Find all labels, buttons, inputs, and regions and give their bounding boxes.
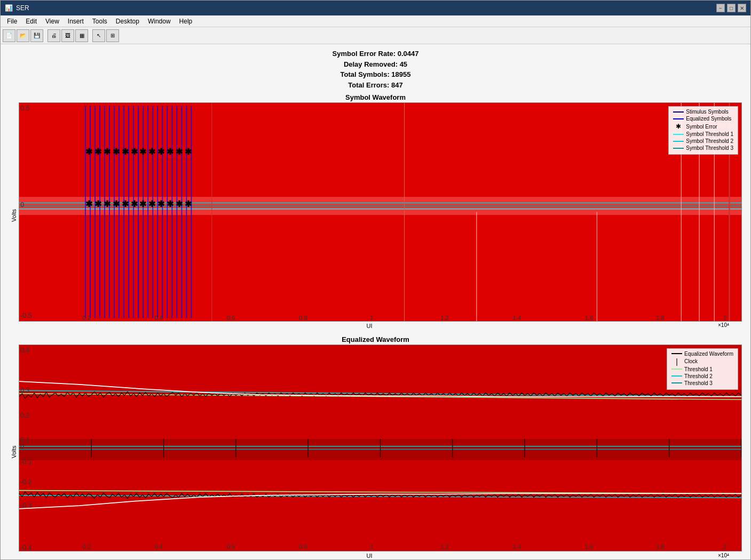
menu-desktop[interactable]: Desktop <box>112 17 144 26</box>
svg-text:✱: ✱ <box>140 147 147 156</box>
svg-text:0: 0 <box>20 201 24 209</box>
stats-header: Symbol Error Rate: 0.0447 Delay Removed:… <box>9 49 742 90</box>
svg-text:1.4: 1.4 <box>513 315 521 321</box>
menu-help[interactable]: Help <box>175 17 197 26</box>
legend-item-thresh2: Symbol Threshold 2 <box>673 138 733 144</box>
chart2-title: Equalized Waveform <box>342 335 409 343</box>
svg-text:0.3: 0.3 <box>20 386 29 394</box>
menu-tools[interactable]: Tools <box>88 17 112 26</box>
chart2-plot[interactable]: 0.4 0.3 0.2 0.1 0 -0.1 -0.2 -0.3 -0.4 <box>19 345 742 551</box>
svg-text:0: 0 <box>20 443 24 451</box>
chart2-legend: Equalized Waveform | Clock Threshold 1 <box>667 348 738 390</box>
legend-label-clock: Clock <box>684 358 698 364</box>
menu-view[interactable]: View <box>41 17 64 26</box>
menu-insert[interactable]: Insert <box>64 17 88 26</box>
legend-line-eq-waveform <box>671 353 682 354</box>
toolbar-zoom-btn[interactable]: ⊞ <box>106 29 119 42</box>
toolbar-new-btn[interactable]: 📄 <box>3 29 15 42</box>
toolbar-fig-btn[interactable]: 🖼 <box>61 29 74 42</box>
legend-label-eq-thresh2: Threshold 2 <box>684 373 713 379</box>
toolbar-open-btn[interactable]: 📂 <box>17 29 29 42</box>
menu-window[interactable]: Window <box>144 17 175 26</box>
toolbar-sep1 <box>44 29 46 42</box>
svg-text:0.4: 0.4 <box>20 346 29 354</box>
legend-line-stimulus <box>673 111 684 113</box>
minimize-button[interactable]: − <box>716 4 725 12</box>
legend-line-thresh2 <box>673 141 684 142</box>
legend-item-thresh3: Symbol Threshold 3 <box>673 145 733 151</box>
svg-text:0.8: 0.8 <box>299 543 307 550</box>
legend-line-eq-thresh3 <box>671 382 682 383</box>
legend-line-eq-thresh1 <box>671 369 682 370</box>
legend-item-eq-waveform: Equalized Waveform <box>671 351 733 357</box>
toolbar-print-btn[interactable]: 🖨 <box>48 29 60 42</box>
svg-rect-76 <box>19 363 741 442</box>
svg-text:2: 2 <box>723 315 726 321</box>
toolbar-sep2 <box>89 29 91 42</box>
svg-text:-0.4: -0.4 <box>20 544 31 551</box>
svg-text:✱: ✱ <box>157 147 165 156</box>
chart1-plot[interactable]: ✱ ✱ ✱ ✱ ✱ ✱ ✱ ✱ ✱ ✱ ✱ ✱ <box>19 102 742 322</box>
window-title: SER <box>16 4 29 12</box>
svg-text:-0.1: -0.1 <box>20 458 31 466</box>
legend-label-thresh2: Symbol Threshold 2 <box>686 138 733 144</box>
chart2-y-label: Volts <box>9 345 19 559</box>
toolbar: 📄 📂 💾 🖨 🖼 ▦ ↖ ⊞ <box>1 27 750 44</box>
chart1-legend: Stimulus Symbols Equalized Symbols ✱ Sym… <box>668 106 738 155</box>
svg-text:✱: ✱ <box>140 199 147 209</box>
svg-text:✱: ✱ <box>185 199 192 209</box>
legend-symbol-error: ✱ <box>673 123 684 130</box>
legend-item-thresh1: Symbol Threshold 1 <box>673 131 733 137</box>
svg-text:✱: ✱ <box>148 147 156 156</box>
svg-text:✱: ✱ <box>122 199 129 209</box>
stat-delay: Delay Removed: 45 <box>9 59 742 70</box>
svg-text:1.6: 1.6 <box>585 315 594 321</box>
legend-item-eq-thresh2: Threshold 2 <box>671 373 733 379</box>
svg-text:✱: ✱ <box>94 199 102 209</box>
menu-file[interactable]: File <box>3 17 21 26</box>
svg-text:1.4: 1.4 <box>513 543 521 550</box>
maximize-button[interactable]: □ <box>727 4 736 12</box>
svg-text:✱: ✱ <box>113 147 120 156</box>
svg-text:✱: ✱ <box>157 199 165 209</box>
svg-text:✱: ✱ <box>176 199 183 209</box>
chart1-x-label: UI <box>21 323 718 329</box>
svg-text:0.5: 0.5 <box>20 105 29 112</box>
chart1-x-exponent: ×10⁴ <box>718 322 740 328</box>
legend-label-eq-thresh3: Threshold 3 <box>684 380 713 386</box>
stat-ser: Symbol Error Rate: 0.0447 <box>9 49 742 59</box>
svg-text:0.4: 0.4 <box>155 315 163 321</box>
toolbar-grid-btn[interactable]: ▦ <box>75 29 88 42</box>
legend-label-eq-waveform: Equalized Waveform <box>684 351 733 357</box>
chart2-svg: 0.4 0.3 0.2 0.1 0 -0.1 -0.2 -0.3 -0.4 <box>19 345 741 551</box>
svg-text:✱: ✱ <box>176 147 183 156</box>
chart2-x-exponent: ×10⁴ <box>718 553 740 558</box>
svg-text:✱: ✱ <box>104 199 111 209</box>
svg-text:0.6: 0.6 <box>227 315 235 321</box>
toolbar-save-btn[interactable]: 💾 <box>30 29 43 42</box>
legend-item-equalized-sym: Equalized Symbols <box>673 116 733 122</box>
main-window: 📊 SER − □ ✕ File Edit View Insert Tools … <box>0 0 751 560</box>
svg-text:✱: ✱ <box>167 147 174 156</box>
svg-text:1.2: 1.2 <box>440 315 449 321</box>
svg-text:1: 1 <box>370 543 373 550</box>
legend-item-error: ✱ Symbol Error <box>673 123 733 130</box>
legend-item-clock: | Clock <box>671 358 733 365</box>
svg-text:✱: ✱ <box>122 147 129 156</box>
svg-text:0.1: 0.1 <box>20 436 29 444</box>
svg-text:✱: ✱ <box>113 199 120 209</box>
svg-text:2: 2 <box>723 543 726 550</box>
svg-text:1.6: 1.6 <box>585 543 594 550</box>
legend-line-thresh3 <box>673 148 684 149</box>
legend-line-eq-thresh2 <box>671 375 682 377</box>
menu-edit[interactable]: Edit <box>21 17 41 26</box>
title-bar-controls: − □ ✕ <box>716 4 746 12</box>
svg-text:✱: ✱ <box>185 147 192 156</box>
title-bar-left: 📊 SER <box>5 4 29 12</box>
svg-text:✱: ✱ <box>94 147 102 156</box>
close-button[interactable]: ✕ <box>738 4 746 12</box>
chart1-y-label: Volts <box>9 102 19 329</box>
stat-errors: Total Errors: 847 <box>9 80 742 91</box>
chart1-area: Volts <box>9 102 742 329</box>
toolbar-pointer-btn[interactable]: ↖ <box>92 29 105 42</box>
